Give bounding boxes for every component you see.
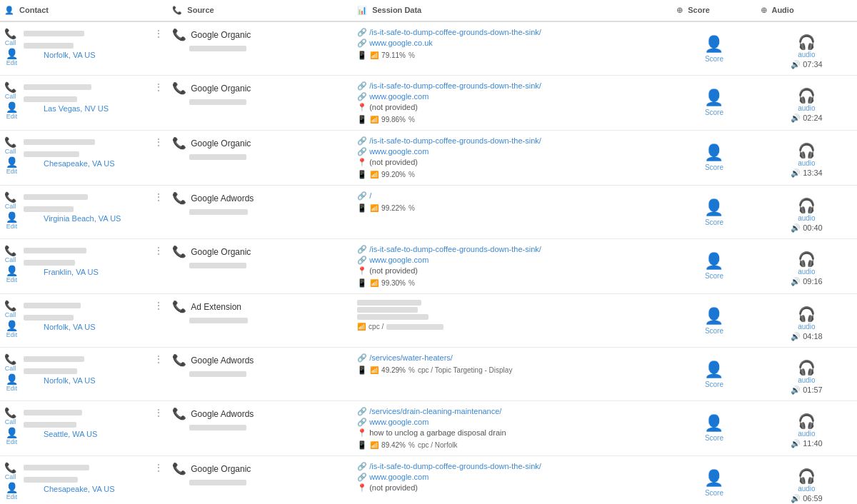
mobile-icon: 📱 xyxy=(357,203,367,213)
contact-location-link[interactable]: Chesapeake, VA US xyxy=(44,159,164,168)
session-page-link[interactable]: 🔗 / xyxy=(357,191,668,201)
session-keyword: 📍 (not provided) xyxy=(357,483,668,493)
audio-duration: 🔊 07:34 xyxy=(791,60,823,69)
audio-header-icon: ⊕ xyxy=(761,6,767,14)
more-options-button[interactable]: ⋮ xyxy=(154,136,164,148)
score-label[interactable]: Score xyxy=(705,218,723,226)
source-name-label: Google Adwords xyxy=(191,409,254,419)
audio-label[interactable]: audio xyxy=(798,376,815,384)
contact-location-link[interactable]: Las Vegas, NV US xyxy=(44,104,164,113)
session-cell: 📶 cpc / xyxy=(353,294,672,348)
session-keyword: 📍 (not provided) xyxy=(357,103,668,112)
edit-label: Edit xyxy=(6,276,18,283)
source-name-label: Ad Extension xyxy=(191,302,241,312)
session-keyword: 📍 (not provided) xyxy=(357,158,668,167)
session-page-link[interactable]: 🔗 /services/drain-cleaning-maintenance/ xyxy=(357,407,668,416)
score-label[interactable]: Score xyxy=(705,272,723,280)
session-keyword: 📍 (not provided) xyxy=(357,266,668,276)
score-label[interactable]: Score xyxy=(705,109,723,116)
session-page-link[interactable]: 🔗 /is-it-safe-to-dump-coffee-grounds-dow… xyxy=(357,28,668,37)
score-cell: 👤 Score xyxy=(672,186,756,239)
audio-label[interactable]: audio xyxy=(798,268,815,276)
audio-label[interactable]: audio xyxy=(798,104,815,112)
more-options-button[interactable]: ⋮ xyxy=(154,300,164,311)
session-page-link[interactable]: 🔗 /is-it-safe-to-dump-coffee-grounds-dow… xyxy=(357,81,668,91)
more-options-button[interactable]: ⋮ xyxy=(154,191,164,203)
edit-button[interactable]: 👤 Edit xyxy=(6,427,18,445)
contact-location-link[interactable]: Franklin, VA US xyxy=(44,268,164,276)
audio-label[interactable]: audio xyxy=(798,159,815,167)
score-label[interactable]: Score xyxy=(705,380,723,388)
call-button[interactable]: 📞 Call xyxy=(4,300,16,318)
more-options-button[interactable]: ⋮ xyxy=(154,81,164,93)
contact-location-link[interactable]: Virginia Beach, VA US xyxy=(44,214,164,223)
more-options-button[interactable]: ⋮ xyxy=(154,28,164,39)
call-button[interactable]: 📞 Call xyxy=(4,353,16,372)
score-label[interactable]: Score xyxy=(705,327,723,335)
session-referrer: 🔗 www.google.com xyxy=(357,147,668,156)
call-button[interactable]: 📞 Call xyxy=(4,191,16,210)
source-phone-redacted xyxy=(189,263,246,268)
audio-cell: 🎧 audio 🔊 02:24 xyxy=(756,76,857,131)
call-button[interactable]: 📞 Call xyxy=(4,136,16,155)
call-button[interactable]: 📞 Call xyxy=(4,28,16,46)
more-options-button[interactable]: ⋮ xyxy=(154,462,164,473)
call-button[interactable]: 📞 Call xyxy=(4,407,16,425)
contact-location-link[interactable]: Norfolk, VA US xyxy=(44,51,164,59)
score-label[interactable]: Score xyxy=(705,489,723,497)
contact-phone-redacted xyxy=(24,43,74,49)
audio-column-header: ⊕ Audio xyxy=(756,0,857,21)
session-page-link[interactable]: 🔗 /is-it-safe-to-dump-coffee-grounds-dow… xyxy=(357,462,668,471)
session-page-link[interactable]: 🔗 /services/water-heaters/ xyxy=(357,353,668,363)
score-person-icon: 👤 xyxy=(704,35,723,54)
score-label[interactable]: Score xyxy=(705,55,723,63)
more-options-button[interactable]: ⋮ xyxy=(154,353,164,365)
audio-label[interactable]: audio xyxy=(798,430,815,438)
edit-button[interactable]: 👤 Edit xyxy=(6,156,18,175)
session-page-link[interactable]: 🔗 /is-it-safe-to-dump-coffee-grounds-dow… xyxy=(357,136,668,146)
contact-location-link[interactable]: Chesapeake, VA US xyxy=(44,485,164,493)
edit-button[interactable]: 👤 Edit xyxy=(6,265,18,283)
mobile-icon: 📱 xyxy=(357,115,367,124)
contact-location-link[interactable]: Norfolk, VA US xyxy=(44,376,164,385)
contact-name-redacted xyxy=(24,465,89,470)
more-options-button[interactable]: ⋮ xyxy=(154,407,164,418)
contact-name-redacted xyxy=(24,84,91,90)
call-button[interactable]: 📞 Call xyxy=(4,462,16,480)
session-blurred-2 xyxy=(357,307,418,313)
contact-location-link[interactable]: Norfolk, VA US xyxy=(44,323,164,331)
source-cell: 📞 Google Organic xyxy=(168,239,353,294)
audio-label[interactable]: audio xyxy=(798,214,815,222)
score-label[interactable]: Score xyxy=(705,163,723,171)
session-referrer: 🔗 www.google.com xyxy=(357,256,668,265)
edit-button[interactable]: 👤 Edit xyxy=(6,373,18,392)
call-button[interactable]: 📞 Call xyxy=(4,245,16,263)
session-page-link[interactable]: 🔗 /is-it-safe-to-dump-coffee-grounds-dow… xyxy=(357,245,668,254)
edit-button[interactable]: 👤 Edit xyxy=(6,482,18,500)
edit-button[interactable]: 👤 Edit xyxy=(6,211,18,230)
session-score-percent: 99.30% xyxy=(381,279,406,287)
person-icon: 👤 xyxy=(6,427,18,438)
percent-symbol: % xyxy=(409,116,415,124)
edit-button[interactable]: 👤 Edit xyxy=(6,101,18,120)
audio-cell: 🎧 audio 🔊 01:57 xyxy=(756,348,857,401)
score-cell: 👤 Score xyxy=(672,401,756,456)
call-button[interactable]: 📞 Call xyxy=(4,81,16,100)
percent-symbol: % xyxy=(409,171,415,178)
score-label[interactable]: Score xyxy=(705,434,723,442)
source-phone-redacted xyxy=(189,480,246,485)
edit-button[interactable]: 👤 Edit xyxy=(6,320,18,338)
contact-location-link[interactable]: Seattle, WA US xyxy=(44,430,164,438)
audio-label[interactable]: audio xyxy=(798,51,815,59)
edit-label: Edit xyxy=(6,438,18,445)
call-label: Call xyxy=(5,311,16,318)
source-phone-redacted xyxy=(189,318,248,323)
contact-phone-redacted xyxy=(24,206,74,212)
audio-label[interactable]: audio xyxy=(798,485,815,493)
mobile-icon: 📱 xyxy=(357,278,367,288)
edit-button[interactable]: 👤 Edit xyxy=(6,48,18,66)
audio-label[interactable]: audio xyxy=(798,323,815,331)
audio-duration: 🔊 02:24 xyxy=(791,114,823,123)
more-options-button[interactable]: ⋮ xyxy=(154,245,164,256)
session-blurred-3 xyxy=(357,314,428,320)
